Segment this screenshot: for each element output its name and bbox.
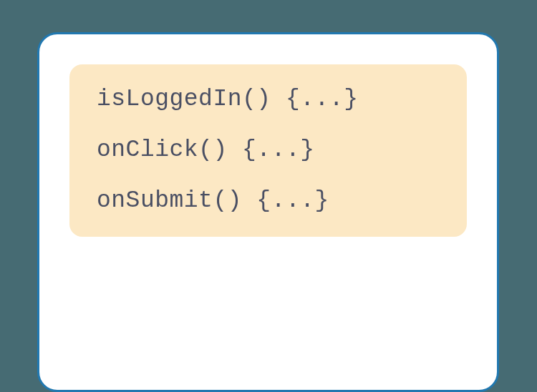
code-line: onSubmit() {...}: [97, 189, 440, 212]
code-line: onClick() {...}: [97, 138, 440, 162]
card-container: isLoggedIn() {...} onClick() {...} onSub…: [37, 32, 499, 392]
code-line: isLoggedIn() {...}: [97, 87, 440, 111]
code-block: isLoggedIn() {...} onClick() {...} onSub…: [69, 64, 467, 237]
